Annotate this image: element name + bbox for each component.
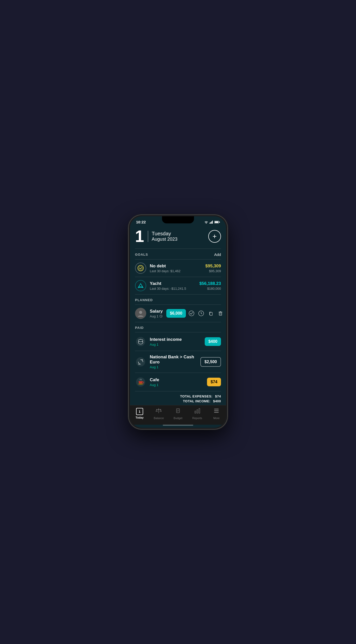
svg-rect-35 <box>214 409 219 409</box>
tab-reports-label: Reports <box>192 417 202 420</box>
more-icon <box>213 407 220 416</box>
clock-icon-small <box>159 315 162 318</box>
planned-actions-salary: $6,000 <box>166 309 225 318</box>
total-expenses-value: $74 <box>215 394 221 398</box>
phone-frame: 10:22 <box>128 215 228 429</box>
date-display: 1 Tuesday August 2023 <box>135 228 177 244</box>
tab-today-label: Today <box>136 416 144 419</box>
paid-date-cafe: Aug 1 <box>150 383 203 387</box>
svg-rect-13 <box>210 312 212 315</box>
goal-icon-yacht <box>135 280 146 291</box>
planned-date-salary: Aug 1 <box>150 314 163 318</box>
goal-sub-yacht: Last 30 days: -$11,241.5 <box>150 287 196 290</box>
goal-amounts-no-debt: $95,309 $95,309 <box>205 264 221 273</box>
goal-info-no-debt: No debt Last 30 days: $1,462 <box>150 264 202 273</box>
day-info: Tuesday August 2023 <box>148 231 177 242</box>
paid-info-cafe: Cafe Aug 1 <box>150 377 203 387</box>
goal-item-no-debt[interactable]: No debt Last 30 days: $1,462 $95,309 $95… <box>130 259 226 277</box>
goal-icon-no-debt <box>135 263 146 274</box>
home-indicator <box>163 425 193 426</box>
reports-icon <box>194 407 201 416</box>
paid-item-national-bank[interactable]: National Bank > Cash Euro Aug 1 $2,500 <box>130 351 226 373</box>
tab-bar: 1 Today Balance <box>130 405 226 425</box>
svg-point-25 <box>138 384 143 385</box>
svg-rect-3 <box>212 221 213 224</box>
goal-amounts-yacht: $56,188.23 $180,000 <box>199 281 221 290</box>
tab-balance-label: Balance <box>154 417 164 420</box>
total-expenses-label: TOTAL EXPENSES: <box>180 394 212 398</box>
copy-button[interactable] <box>207 309 215 317</box>
svg-rect-5 <box>215 221 218 223</box>
svg-rect-1 <box>211 222 211 224</box>
svg-rect-36 <box>214 410 219 411</box>
goal-item-yacht[interactable]: Yacht Last 30 days: -$11,241.5 $56,188.2… <box>130 277 226 294</box>
day-number: 1 <box>135 228 144 244</box>
svg-rect-2 <box>211 221 212 224</box>
svg-rect-0 <box>210 223 210 224</box>
svg-point-11 <box>189 311 194 316</box>
balance-icon <box>155 407 162 416</box>
svg-point-23 <box>136 357 145 366</box>
total-income-value: $400 <box>213 399 221 403</box>
totals-section: TOTAL EXPENSES: $74 TOTAL INCOME: $400 <box>130 391 226 405</box>
paid-amount-interest[interactable]: $400 <box>205 337 221 346</box>
planned-amount-salary[interactable]: $6,000 <box>166 309 186 318</box>
paid-amount-cafe[interactable]: $74 <box>207 378 221 386</box>
tab-today[interactable]: 1 Today <box>132 408 147 419</box>
goal-current-no-debt: $95,309 <box>205 264 221 269</box>
goal-info-yacht: Yacht Last 30 days: -$11,241.5 <box>150 281 196 290</box>
notch <box>162 216 194 223</box>
delete-button[interactable] <box>216 309 225 317</box>
tab-budget-label: Budget <box>174 417 183 420</box>
svg-rect-6 <box>219 222 220 223</box>
paid-icon-interest <box>135 336 146 347</box>
tab-more-label: More <box>213 417 220 420</box>
signal-icon <box>210 221 213 224</box>
goal-sub-no-debt: Last 30 days: $1,462 <box>150 269 202 273</box>
planned-avatar-salary <box>135 308 146 319</box>
tab-budget[interactable]: Budget <box>170 407 186 420</box>
paid-name-cafe: Cafe <box>150 377 203 382</box>
svg-rect-37 <box>214 412 219 413</box>
planned-item-salary[interactable]: Salary Aug 1 $6,000 <box>130 305 226 322</box>
month-year: August 2023 <box>152 237 177 242</box>
paid-item-cafe[interactable]: Cafe Aug 1 $74 <box>130 373 226 391</box>
tab-reports[interactable]: Reports <box>190 407 205 420</box>
paid-date-national-bank: Aug 1 <box>150 365 197 369</box>
svg-rect-33 <box>197 410 198 413</box>
goals-add-button[interactable]: Add <box>214 252 221 257</box>
add-transaction-button[interactable]: + <box>208 230 221 243</box>
goal-target-no-debt: $95,309 <box>205 269 221 273</box>
paid-icon-national-bank <box>135 356 146 367</box>
total-income-row: TOTAL INCOME: $400 <box>135 399 221 403</box>
status-icons <box>204 221 220 224</box>
goal-name-yacht: Yacht <box>150 281 196 286</box>
paid-amount-national-bank[interactable]: $2,500 <box>200 357 221 367</box>
paid-item-interest[interactable]: Interest income Aug 1 $400 <box>130 332 226 351</box>
paid-name-interest: Interest income <box>150 337 201 342</box>
planned-title: PLANNED <box>135 298 153 302</box>
svg-rect-14 <box>219 312 222 315</box>
status-time: 10:22 <box>136 220 146 224</box>
paid-section-header: PAID <box>130 322 226 332</box>
paid-title: PAID <box>135 326 144 330</box>
tab-more[interactable]: More <box>209 407 224 420</box>
today-icon: 1 <box>136 408 143 415</box>
phone-screen: 10:22 <box>130 216 226 428</box>
paid-icon-cafe <box>135 376 146 388</box>
check-button[interactable] <box>187 309 196 317</box>
goal-current-yacht: $56,188.23 <box>199 281 221 286</box>
goal-target-yacht: $180,000 <box>199 287 221 290</box>
goals-section-header: GOALS Add <box>130 249 226 259</box>
goal-name-no-debt: No debt <box>150 264 202 269</box>
schedule-button[interactable] <box>197 309 205 317</box>
total-expenses-row: TOTAL EXPENSES: $74 <box>135 394 221 398</box>
svg-rect-34 <box>199 408 200 413</box>
svg-rect-32 <box>195 411 196 413</box>
total-income-label: TOTAL INCOME: <box>183 399 211 403</box>
paid-date-interest: Aug 1 <box>150 343 201 346</box>
date-header: 1 Tuesday August 2023 + <box>130 226 226 249</box>
paid-name-national-bank: National Bank > Cash Euro <box>150 355 197 365</box>
paid-info-national-bank: National Bank > Cash Euro Aug 1 <box>150 355 197 369</box>
tab-balance[interactable]: Balance <box>151 407 166 420</box>
